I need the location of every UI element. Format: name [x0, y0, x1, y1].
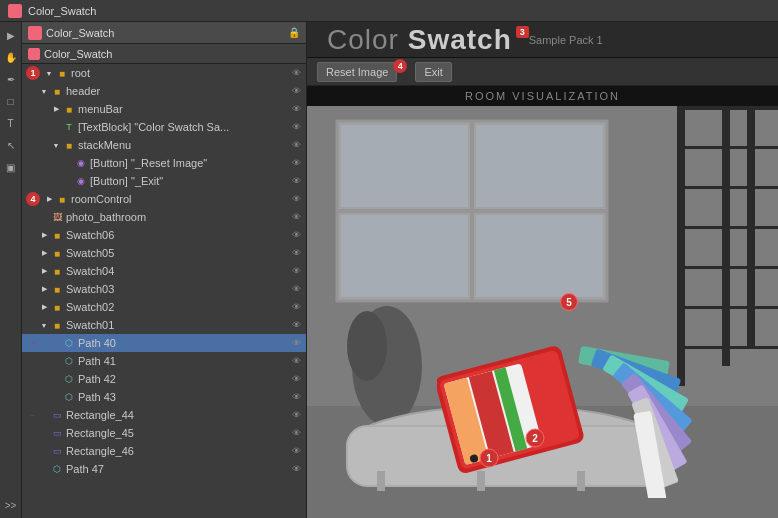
tree-arrow-roomcontrol[interactable]: ▶ [43, 193, 55, 205]
tree-arrow-swatch04[interactable]: ▶ [38, 265, 50, 277]
path-icon-path42: ⬡ [62, 372, 76, 386]
tree-row-path42[interactable]: ⬡ Path 42 👁 [22, 370, 306, 388]
eye-swatch01[interactable]: 👁 [289, 318, 303, 332]
folder-icon-swatch02: ■ [50, 300, 64, 314]
tool-monitor[interactable]: ▣ [2, 158, 20, 176]
tree-arrow-swatch02[interactable]: ▶ [38, 301, 50, 313]
tree-row-roomcontrol[interactable]: 4 ▶ ■ roomControl 👁 [22, 190, 306, 208]
btn-icon-reset: ◉ [74, 156, 88, 170]
tree-label-path41: Path 41 [78, 355, 289, 367]
eye-rect44[interactable]: 👁 [289, 408, 303, 422]
eye-textblock[interactable]: 👁 [289, 120, 303, 134]
eye-root[interactable]: 👁 [289, 66, 303, 80]
eye-swatch04[interactable]: 👁 [289, 264, 303, 278]
eye-btn-exit[interactable]: 👁 [289, 174, 303, 188]
tree-arrow-path41 [50, 355, 62, 367]
badge-4: 4 [26, 192, 40, 206]
tree-container[interactable]: 1 ▼ ■ root 👁 ▼ ■ header 👁 [22, 64, 306, 518]
eye-swatch05[interactable]: 👁 [289, 246, 303, 260]
tree-label-path40: Path 40 [78, 337, 289, 349]
tree-arrow-rect44 [38, 409, 50, 421]
tree-arrow-path42 [50, 373, 62, 385]
tree-arrow-path47 [38, 463, 50, 475]
tool-pen[interactable]: ✒ [2, 70, 20, 88]
eye-swatch03[interactable]: 👁 [289, 282, 303, 296]
eye-roomcontrol[interactable]: 👁 [289, 192, 303, 206]
tree-row-swatch04[interactable]: ▶ ■ Swatch04 👁 [22, 262, 306, 280]
tree-row-photo[interactable]: 🖼 photo_bathroom 👁 [22, 208, 306, 226]
tree-arrow-btn-reset [62, 157, 74, 169]
tree-label-swatch05: Swatch05 [66, 247, 289, 259]
eye-photo[interactable]: 👁 [289, 210, 303, 224]
folder-icon-roomcontrol: ■ [55, 192, 69, 206]
eye-stackmenu[interactable]: 👁 [289, 138, 303, 152]
tree-row-rect44[interactable]: → ▭ Rectangle_44 👁 [22, 406, 306, 424]
eye-rect46[interactable]: 👁 [289, 444, 303, 458]
tree-row-path43[interactable]: ⬡ Path 43 👁 [22, 388, 306, 406]
tree-arrow-root[interactable]: ▼ [43, 67, 55, 79]
eye-path47[interactable]: 👁 [289, 462, 303, 476]
tree-row-swatch03[interactable]: ▶ ■ Swatch03 👁 [22, 280, 306, 298]
tree-row-btn-exit[interactable]: ◉ [Button] "_Exit" 👁 [22, 172, 306, 190]
eye-path41[interactable]: 👁 [289, 354, 303, 368]
tree-row-root[interactable]: 1 ▼ ■ root 👁 [22, 64, 306, 82]
tree-row-swatch02[interactable]: ▶ ■ Swatch02 👁 [22, 298, 306, 316]
exit-button[interactable]: Exit [415, 62, 451, 82]
eye-path42[interactable]: 👁 [289, 372, 303, 386]
folder-icon-swatch03: ■ [50, 282, 64, 296]
tree-row-btn-reset[interactable]: ◉ [Button] "_Reset Image" 👁 [22, 154, 306, 172]
tree-row-path47[interactable]: ⬡ Path 47 👁 [22, 460, 306, 478]
tree-arrow-btn-exit [62, 175, 74, 187]
path-icon-path47: ⬡ [50, 462, 64, 476]
sub-header-title: Color_Swatch [44, 48, 112, 60]
tool-text[interactable]: T [2, 114, 20, 132]
tree-arrow-menubar[interactable]: ▶ [50, 103, 62, 115]
tree-arrow-swatch01[interactable]: ▼ [38, 319, 50, 331]
tree-row-stackmenu[interactable]: ▼ ■ stackMenu 👁 [22, 136, 306, 154]
tree-arrow-photo [38, 211, 50, 223]
tree-row-rect46[interactable]: ▭ Rectangle_46 👁 [22, 442, 306, 460]
tree-row-path40[interactable]: → ⬡ Path 40 👁 [22, 334, 306, 352]
content-area: Color Swatch 3 Sample Pack 1 Reset Image… [307, 22, 778, 518]
eye-btn-reset[interactable]: 👁 [289, 156, 303, 170]
tool-shape[interactable]: □ [2, 92, 20, 110]
panel-header: Color_Swatch 🔒 [22, 22, 306, 44]
tree-label-path42: Path 42 [78, 373, 289, 385]
tree-row-swatch06[interactable]: ▶ ■ Swatch06 👁 [22, 226, 306, 244]
tree-row-menubar[interactable]: ▶ ■ menuBar 👁 [22, 100, 306, 118]
eye-menubar[interactable]: 👁 [289, 102, 303, 116]
tree-label-header: header [66, 85, 289, 97]
tree-arrow-swatch05[interactable]: ▶ [38, 247, 50, 259]
tree-arrow-stackmenu[interactable]: ▼ [50, 139, 62, 151]
tool-cursor[interactable]: ↖ [2, 136, 20, 154]
badge-1: 1 [26, 66, 40, 80]
tree-label-roomcontrol: roomControl [71, 193, 289, 205]
arrow-rect44: → [26, 409, 38, 421]
tree-arrow-header[interactable]: ▼ [38, 85, 50, 97]
eye-path40[interactable]: 👁 [289, 336, 303, 350]
tool-more[interactable]: >> [2, 496, 20, 514]
eye-swatch02[interactable]: 👁 [289, 300, 303, 314]
sub-header-icon [28, 48, 40, 60]
tree-row-header[interactable]: ▼ ■ header 👁 [22, 82, 306, 100]
tree-row-rect45[interactable]: ▭ Rectangle_45 👁 [22, 424, 306, 442]
tree-arrow-swatch03[interactable]: ▶ [38, 283, 50, 295]
eye-rect45[interactable]: 👁 [289, 426, 303, 440]
eye-swatch06[interactable]: 👁 [289, 228, 303, 242]
tree-row-path41[interactable]: ⬡ Path 41 👁 [22, 352, 306, 370]
tool-select[interactable]: ▶ [2, 26, 20, 44]
tree-arrow-swatch06[interactable]: ▶ [38, 229, 50, 241]
sample-label: Sample Pack 1 [529, 34, 603, 46]
tree-row-swatch05[interactable]: ▶ ■ Swatch05 👁 [22, 244, 306, 262]
reset-image-button[interactable]: Reset Image [317, 62, 397, 82]
eye-path43[interactable]: 👁 [289, 390, 303, 404]
tool-pan[interactable]: ✋ [2, 48, 20, 66]
tree-label-swatch03: Swatch03 [66, 283, 289, 295]
tree-row-textblock[interactable]: T [TextBlock] "Color Swatch Sa... 👁 [22, 118, 306, 136]
rect-icon-rect44: ▭ [50, 408, 64, 422]
panel-title: Color_Swatch [46, 27, 114, 39]
tree-label-btn-exit: [Button] "_Exit" [90, 175, 289, 187]
eye-header[interactable]: 👁 [289, 84, 303, 98]
folder-icon-swatch01: ■ [50, 318, 64, 332]
tree-row-swatch01[interactable]: ▼ ■ Swatch01 👁 [22, 316, 306, 334]
